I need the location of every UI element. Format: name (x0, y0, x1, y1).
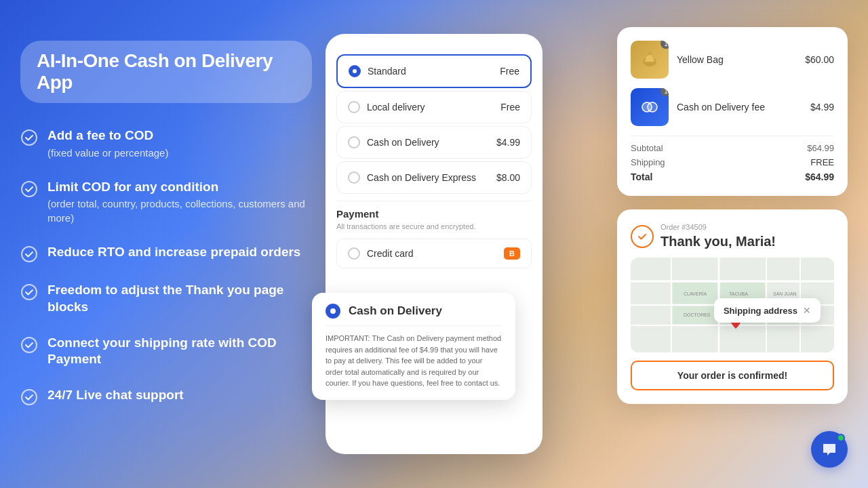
radio-local (348, 101, 360, 113)
chat-icon (821, 441, 838, 458)
feature-item-limit: Limit COD for any condition (order total… (20, 179, 312, 226)
option-price-standard: Free (500, 66, 519, 77)
shipping-option-standard[interactable]: Standard Free (336, 54, 532, 88)
shipping-tooltip: Shipping address ✕ (714, 298, 821, 323)
shipping-option-cod[interactable]: Cash on Delivery $4.99 (336, 126, 532, 159)
subtotal-row: Subtotal $64.99 (631, 143, 834, 153)
radio-cod (348, 136, 360, 148)
summary-section: Subtotal $64.99 Shipping FREE Total $64.… (631, 143, 834, 182)
shipping-options: Standard Free Local delivery Free Cash o… (326, 47, 542, 194)
product-row-yellow-bag: 1 Yellow Bag $60.00 (631, 41, 834, 79)
cod-label: Cash on Delivery (349, 304, 442, 318)
product-img: 1 (631, 88, 669, 126)
option-left-cod_express: Cash on Delivery Express (348, 171, 476, 184)
feature-text-thankyou: Freedom to adjust the Thank you page blo… (47, 282, 312, 315)
svg-point-8 (648, 102, 657, 112)
svg-text:SAN JUAN: SAN JUAN (773, 291, 797, 296)
svg-point-3 (22, 285, 37, 300)
shipping-option-cod_express[interactable]: Cash on Delivery Express $8.00 (336, 161, 532, 194)
divider-1 (336, 201, 532, 201)
check-circle-icon (20, 336, 38, 354)
right-panels: 1 Yellow Bag $60.00 1 Cash on Delivery f… (617, 27, 848, 404)
feature-item-rto: Reduce RTO and increase prepaid orders (20, 244, 312, 263)
cod-radio (326, 304, 340, 319)
radio-cod_express (348, 171, 360, 184)
product-left: 1 Cash on Delivery fee (631, 88, 765, 126)
credit-card-row[interactable]: Credit card B (336, 239, 532, 268)
product-price: $4.99 (810, 102, 834, 113)
order-number: Order #34509 (660, 223, 776, 231)
credit-card-left: Credit card (348, 247, 413, 260)
subtotal-label: Subtotal (631, 143, 663, 153)
check-circle-icon (20, 245, 38, 263)
svg-point-1 (22, 182, 37, 197)
phone-mockup: Standard Free Local delivery Free Cash o… (326, 34, 542, 454)
feature-sub-fee: (fixed value or percentage) (47, 146, 168, 160)
chat-button[interactable] (811, 431, 848, 468)
confirmed-button[interactable]: Your order is confirmed! (631, 361, 834, 390)
option-price-local: Free (500, 102, 520, 113)
subtotal-value: $64.99 (807, 143, 834, 153)
shipping-label: Shipping (631, 157, 665, 167)
shipping-option-local[interactable]: Local delivery Free (336, 91, 532, 123)
feature-main-support: 24/7 Live chat support (47, 387, 184, 404)
feature-main-limit: Limit COD for any condition (47, 179, 312, 196)
svg-text:DOCTORES: DOCTORES (684, 312, 711, 317)
svg-text:TACUBA: TACUBA (729, 291, 748, 296)
payment-subtitle: All transactions are secure and encrypte… (336, 222, 532, 230)
svg-point-5 (22, 390, 37, 405)
payment-title: Payment (336, 208, 532, 220)
feature-text-limit: Limit COD for any condition (order total… (47, 179, 312, 226)
option-label-local: Local delivery (367, 102, 425, 113)
check-circle-icon (20, 283, 38, 301)
payment-section: Payment All transactions are secure and … (326, 208, 542, 268)
thankyou-title-group: Order #34509 Thank you, Maria! (660, 223, 776, 249)
svg-point-0 (22, 130, 37, 145)
total-value: $64.99 (805, 171, 834, 182)
feature-text-fee: Add a fee to COD (fixed value or percent… (47, 127, 168, 160)
credit-card-radio (348, 247, 360, 260)
thankyou-title: Thank you, Maria! (660, 234, 776, 249)
thankyou-header: Order #34509 Thank you, Maria! (631, 223, 834, 249)
feature-item-shipping: Connect your shipping rate with COD Paym… (20, 335, 312, 368)
option-label-standard: Standard (368, 66, 406, 77)
shipping-row: Shipping FREE (631, 157, 834, 167)
shipping-value: FREE (810, 157, 834, 167)
feature-main-rto: Reduce RTO and increase prepaid orders (47, 244, 300, 261)
option-left-local: Local delivery (348, 101, 425, 113)
feature-list: Add a fee to COD (fixed value or percent… (20, 127, 312, 406)
product-name: Cash on Delivery fee (677, 102, 765, 113)
radio-standard (349, 65, 361, 77)
check-circle-icon (20, 180, 38, 198)
check-circle-icon (631, 225, 654, 248)
feature-text-support: 24/7 Live chat support (47, 387, 184, 404)
shipping-address-label: Shipping address (724, 306, 797, 316)
check-circle-icon (20, 129, 38, 146)
option-label-cod: Cash on Delivery (367, 137, 439, 148)
app-title-badge: AI-In-One Cash on Delivery App (20, 41, 312, 103)
check-circle-icon (20, 388, 38, 406)
product-name: Yellow Bag (677, 54, 724, 65)
cod-row: Cash on Delivery (326, 304, 502, 319)
feature-main-fee: Add a fee to COD (47, 127, 168, 144)
feature-text-shipping: Connect your shipping rate with COD Paym… (47, 335, 312, 368)
total-row: Total $64.99 (631, 171, 834, 182)
svg-point-4 (22, 338, 37, 352)
product-img: 1 (631, 41, 669, 79)
total-label: Total (631, 171, 652, 182)
braintree-badge: B (504, 247, 520, 260)
option-label-cod_express: Cash on Delivery Express (367, 172, 476, 183)
tooltip-close-icon[interactable]: ✕ (803, 305, 811, 316)
feature-main-thankyou: Freedom to adjust the Thank you page blo… (47, 282, 312, 315)
option-price-cod_express: $8.00 (496, 172, 520, 183)
order-divider (631, 136, 834, 136)
order-summary-card: 1 Yellow Bag $60.00 1 Cash on Delivery f… (617, 27, 848, 196)
product-price: $60.00 (805, 54, 834, 65)
feature-item-thankyou: Freedom to adjust the Thank you page blo… (20, 282, 312, 315)
feature-item-support: 24/7 Live chat support (20, 387, 312, 406)
thankyou-card: Order #34509 Thank you, Maria! (617, 209, 848, 404)
option-left-standard: Standard (349, 65, 406, 77)
chat-online-dot (837, 434, 845, 442)
option-price-cod: $4.99 (496, 137, 520, 148)
svg-text:CLAVERÍA: CLAVERÍA (684, 291, 707, 296)
